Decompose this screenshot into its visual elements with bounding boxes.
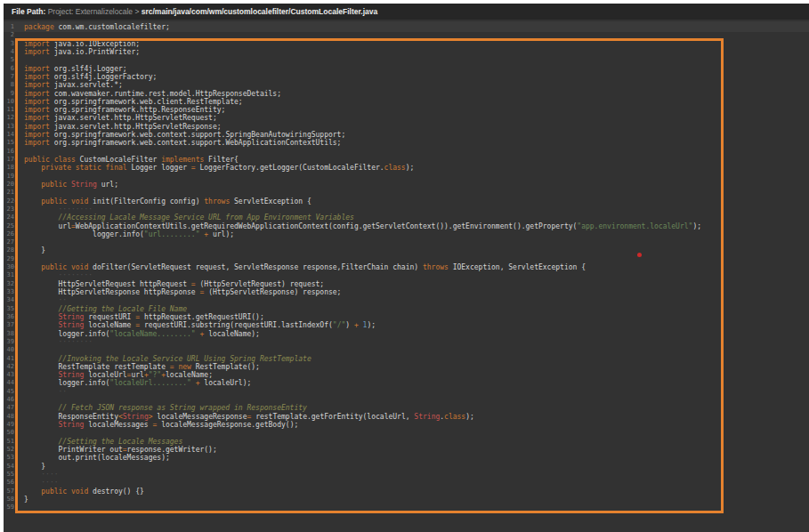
line-number: 53: [4, 454, 14, 462]
code-line-text: //Accessing Lacale Message Service URL f…: [24, 214, 354, 222]
code-line[interactable]: 4import java.io.PrintWriter;: [4, 48, 809, 56]
code-line[interactable]: 3import java.io.IOException;: [4, 40, 809, 48]
line-number: 24: [4, 214, 14, 222]
code-line[interactable]: 40: [4, 346, 809, 354]
code-line[interactable]: 7import org.slf4j.LoggerFactory;: [4, 73, 809, 81]
code-line-text: private static final Logger logger = Log…: [24, 164, 414, 172]
code-line[interactable]: 29: [4, 255, 809, 263]
code-line[interactable]: 58}: [4, 496, 809, 504]
code-line[interactable]: 33 HttpServletResponse httpResponse = (H…: [4, 288, 809, 296]
code-line[interactable]: 1package com.wm.customlocalefilter;: [4, 23, 809, 31]
code-line[interactable]: 11import org.springframework.http.Respon…: [4, 106, 809, 114]
code-line[interactable]: 35 //Getting the Locale File Name: [4, 305, 809, 313]
code-line[interactable]: 41 //Invoking the Locale Service URL Usi…: [4, 355, 809, 363]
code-line[interactable]: 26 logger.info("url........" + url);: [4, 230, 809, 238]
code-line[interactable]: 36 String requestURI = httpRequest.getRe…: [4, 313, 809, 321]
code-line-text: HttpServletRequest httpRequest = (HttpSe…: [24, 280, 324, 288]
code-line[interactable]: 12import javax.servlet.http.HttpServletR…: [4, 114, 809, 122]
code-line[interactable]: 6import org.slf4j.Logger;: [4, 65, 809, 73]
code-line[interactable]: 2: [4, 31, 809, 39]
line-number: 19: [4, 173, 14, 181]
code-line[interactable]: 57 public void destroy() {}: [4, 488, 809, 496]
fold-marker-icon[interactable]: ▾: [14, 263, 17, 271]
code-line-text: import com.wavemaker.runtime.rest.model.…: [24, 90, 281, 98]
code-line[interactable]: 56 ····: [4, 479, 809, 487]
project-breadcrumb: Project: Externalizelocale >: [45, 7, 141, 16]
code-line[interactable]: 16: [4, 148, 809, 156]
line-number: 56: [4, 479, 14, 487]
code-line[interactable]: 52 PrintWriter out=response.getWriter();: [4, 446, 809, 454]
line-number: 17: [4, 156, 14, 164]
line-number: 57: [4, 488, 14, 496]
code-line-text: public void init(FilterConfig config) th…: [24, 197, 311, 206]
code-line[interactable]: 19: [4, 173, 809, 181]
code-line-text: import javax.servlet.*;: [24, 81, 123, 89]
code-line[interactable]: 54 }: [4, 463, 809, 471]
code-line[interactable]: 15import org.springframework.web.context…: [4, 139, 809, 147]
line-number: 36: [4, 313, 14, 321]
line-number: 28: [4, 246, 14, 254]
code-line[interactable]: 14import org.springframework.web.context…: [4, 131, 809, 139]
code-lines: 1package com.wm.customlocalefilter;23imp…: [4, 20, 809, 512]
fold-marker-icon[interactable]: ▾: [14, 197, 17, 206]
code-line[interactable]: 8import javax.servlet.*;: [4, 81, 809, 89]
line-number: 33: [4, 288, 14, 296]
code-line[interactable]: 21: [4, 189, 809, 197]
code-line[interactable]: 46: [4, 396, 809, 404]
code-line-text: import java.io.PrintWriter;: [24, 48, 140, 56]
line-number: 8: [4, 81, 14, 89]
code-line[interactable]: 18 private static final Logger logger = …: [4, 164, 809, 172]
code-line[interactable]: 25 url=WebApplicationContextUtils.getReq…: [4, 222, 809, 230]
code-line-text: ····: [24, 479, 59, 487]
code-line[interactable]: 53 out.print(localeMessages);: [4, 454, 809, 462]
code-line[interactable]: 51 //Setting the Locale Messages: [4, 438, 809, 446]
code-line[interactable]: 5: [4, 56, 809, 64]
code-line[interactable]: 59: [4, 504, 809, 512]
file-path-bar: File Path: Project: Externalizelocale > …: [4, 4, 809, 20]
code-line[interactable]: 42 RestTemplate restTemplate = new RestT…: [4, 363, 809, 371]
code-line[interactable]: 32 HttpServletRequest httpRequest = (Htt…: [4, 280, 809, 288]
editor-window: File Path: Project: Externalizelocale > …: [4, 4, 809, 532]
code-line[interactable]: 37 String localeName = requestURI.substr…: [4, 321, 809, 329]
code-line[interactable]: 38 logger.info("localeName........" + lo…: [4, 330, 809, 338]
code-line-text: //Getting the Locale File Name: [24, 305, 187, 313]
code-line[interactable]: 17▾public class CustomLocaleFilter imple…: [4, 156, 809, 164]
line-number: 34: [4, 296, 14, 304]
file-path-label: File Path:: [12, 7, 45, 16]
fold-marker-icon[interactable]: ▾: [14, 156, 17, 164]
code-line[interactable]: 23 ········: [4, 206, 809, 214]
line-number: 21: [4, 189, 14, 197]
code-line-text: String localeName = requestURI.substring…: [24, 321, 376, 329]
code-line[interactable]: 34 ··: [4, 296, 809, 304]
code-line[interactable]: 31 ········: [4, 271, 809, 279]
code-line[interactable]: 9import com.wavemaker.runtime.rest.model…: [4, 90, 809, 98]
code-line[interactable]: 50: [4, 429, 809, 437]
line-number: 58: [4, 496, 14, 504]
line-number: 2: [4, 31, 14, 39]
line-number: 26: [4, 230, 14, 238]
code-line-text: String localeUrl=url+"?"+localeName;: [24, 371, 213, 379]
code-line-text: logger.info("localeUrl........" + locale…: [24, 379, 251, 387]
code-line[interactable]: 27: [4, 238, 809, 246]
code-line[interactable]: 55 ····: [4, 471, 809, 479]
code-line[interactable]: 30▾ public void doFilter(ServletRequest …: [4, 263, 809, 271]
code-line[interactable]: 43 String localeUrl=url+"?"+localeName;: [4, 371, 809, 379]
code-line[interactable]: 47 // Fetch JSON response as String wrap…: [4, 404, 809, 412]
code-line[interactable]: 39 ········: [4, 338, 809, 346]
code-line[interactable]: 24 //Accessing Lacale Message Service UR…: [4, 214, 809, 222]
code-line[interactable]: 10import org.springframework.web.client.…: [4, 98, 809, 106]
line-number: 14: [4, 131, 14, 139]
line-number: 39: [4, 338, 14, 346]
code-line[interactable]: 44 logger.info("localeUrl........" + loc…: [4, 379, 809, 387]
code-line[interactable]: 28 }: [4, 246, 809, 254]
code-line[interactable]: 13import javax.servlet.http.HttpServletR…: [4, 123, 809, 131]
code-line[interactable]: 22▾ public void init(FilterConfig config…: [4, 197, 809, 206]
code-editor[interactable]: 1package com.wm.customlocalefilter;23imp…: [4, 20, 809, 532]
code-line-text: }: [24, 246, 45, 254]
code-line-text: RestTemplate restTemplate = new RestTemp…: [24, 363, 260, 371]
code-line[interactable]: 48 ResponseEntity<String> localeMessageR…: [4, 413, 809, 421]
code-line[interactable]: 49 String localeMessages = localeMessage…: [4, 421, 809, 429]
code-line[interactable]: 45 ··: [4, 388, 809, 396]
line-number: 23: [4, 206, 14, 214]
code-line[interactable]: 20 public String url;: [4, 181, 809, 189]
